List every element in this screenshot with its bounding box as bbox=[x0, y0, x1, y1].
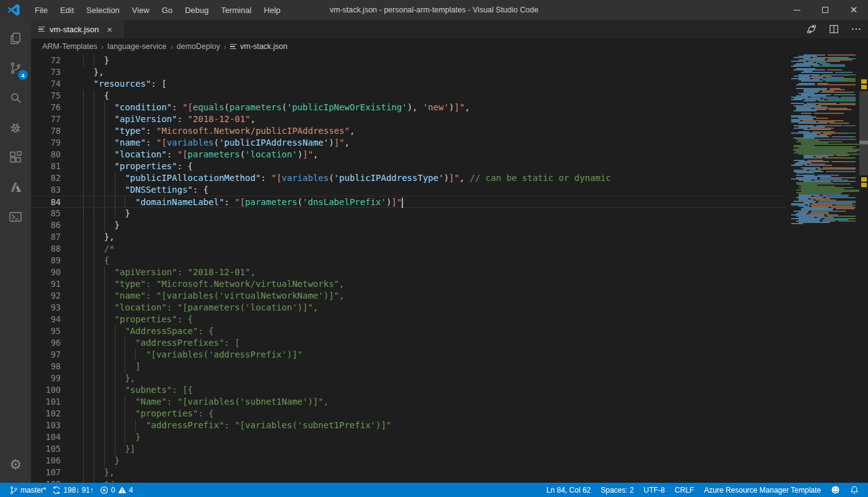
code-line[interactable]: 79 "name": "[variables('publicIPAddressN… bbox=[31, 137, 786, 149]
line-number: 98 bbox=[31, 361, 61, 372]
activity-settings[interactable]: ⚙ bbox=[0, 453, 31, 483]
indentation-item[interactable]: Spaces: 2 bbox=[598, 486, 637, 495]
code-line[interactable]: 80 "location": "[parameters('location')]… bbox=[31, 149, 786, 161]
activity-source-control[interactable]: 4 bbox=[0, 53, 31, 83]
code-line[interactable]: 84 "domainNameLabel": "[parameters('dnsL… bbox=[31, 196, 786, 208]
menu-terminal[interactable]: Terminal bbox=[215, 0, 257, 20]
problems-item[interactable]: 0 4 bbox=[97, 486, 136, 495]
code-line[interactable]: 105 }] bbox=[31, 443, 786, 455]
line-number: 107 bbox=[31, 467, 61, 478]
code-line[interactable]: 81 "properties": { bbox=[31, 161, 786, 172]
activity-debug[interactable] bbox=[0, 113, 31, 143]
code-line[interactable]: 89 { bbox=[31, 255, 786, 266]
code-line[interactable]: 102 "properties": { bbox=[31, 408, 786, 420]
git-sync-item[interactable]: 198↓ 91↑ bbox=[49, 486, 97, 495]
code-line[interactable]: 75 { bbox=[31, 90, 786, 102]
code-line[interactable]: 99 }, bbox=[31, 372, 786, 384]
code-line[interactable]: 103 "addressPrefix": "[variables('subnet… bbox=[31, 420, 786, 431]
code-text: }, bbox=[83, 231, 115, 243]
scrollbar-position-band bbox=[859, 141, 868, 144]
feedback-item[interactable] bbox=[828, 485, 843, 495]
code-line[interactable]: 90 "apiVersion": "2018-12-01", bbox=[31, 266, 786, 278]
close-button[interactable]: ✕ bbox=[839, 0, 868, 20]
open-changes-button[interactable] bbox=[805, 22, 818, 36]
code-line[interactable]: 74 "resources": [ bbox=[31, 78, 786, 90]
breadcrumb-item[interactable]: language-service bbox=[107, 42, 166, 51]
activity-explorer[interactable] bbox=[0, 24, 31, 53]
code-line[interactable]: 88 /* bbox=[31, 243, 786, 255]
notifications-item[interactable] bbox=[847, 486, 862, 495]
code-line[interactable]: 96 "addressPrefixes": [ bbox=[31, 337, 786, 349]
eol-item[interactable]: CRLF bbox=[671, 486, 697, 495]
menu-view[interactable]: View bbox=[126, 0, 156, 20]
menu-edit[interactable]: Edit bbox=[54, 0, 80, 20]
breadcrumb-file[interactable]: vm-stack.json bbox=[230, 42, 287, 51]
split-editor-button[interactable] bbox=[827, 22, 841, 36]
line-number: 94 bbox=[31, 314, 61, 325]
code-line[interactable]: 98 ] bbox=[31, 361, 786, 372]
code-line[interactable]: 95 "AddressSpace": { bbox=[31, 325, 786, 337]
json-file-icon bbox=[230, 44, 237, 49]
code-line[interactable]: 108 */ bbox=[31, 478, 786, 483]
line-number: 96 bbox=[31, 337, 61, 349]
code-line[interactable]: 82 "publicIPAllocationMethod": "[variabl… bbox=[31, 172, 786, 184]
menubar: FileEditSelectionViewGoDebugTerminalHelp bbox=[29, 0, 286, 20]
git-branch-item[interactable]: master* bbox=[6, 486, 49, 495]
language-mode-item[interactable]: Azure Resource Manager Template bbox=[701, 486, 824, 495]
code-line[interactable]: 72 } bbox=[31, 55, 786, 66]
code-line[interactable]: 97 "[variables('addressPrefix')]" bbox=[31, 349, 786, 361]
minimap[interactable] bbox=[786, 55, 859, 483]
menu-selection[interactable]: Selection bbox=[80, 0, 125, 20]
code-text: "type": "Microsoft.Network/publicIPAddre… bbox=[83, 125, 355, 137]
search-icon bbox=[8, 90, 23, 105]
code-line[interactable]: 76 "condition": "[equals(parameters('pub… bbox=[31, 102, 786, 113]
maximize-button[interactable] bbox=[811, 0, 839, 20]
line-number: 103 bbox=[31, 420, 61, 431]
code-line[interactable]: 91 "type": "Microsoft.Network/virtualNet… bbox=[31, 278, 786, 290]
code-line[interactable]: 78 "type": "Microsoft.Network/publicIPAd… bbox=[31, 125, 786, 137]
code-line[interactable]: 86 } bbox=[31, 219, 786, 231]
line-number: 89 bbox=[31, 255, 61, 266]
cursor-position-item[interactable]: Ln 84, Col 62 bbox=[543, 486, 593, 495]
more-actions-button[interactable] bbox=[849, 22, 863, 36]
breadcrumb-item[interactable]: ARM-Templates bbox=[42, 42, 97, 51]
code-line[interactable]: 83 "DNSSettings": { bbox=[31, 184, 786, 196]
overview-ruler[interactable] bbox=[859, 55, 868, 483]
code-line[interactable]: 101 "Name": "[variables('subnet1Name')]"… bbox=[31, 396, 786, 408]
line-number: 76 bbox=[31, 102, 61, 113]
activity-azure[interactable] bbox=[0, 172, 31, 202]
minimize-button[interactable] bbox=[782, 0, 811, 20]
activity-extensions[interactable] bbox=[0, 143, 31, 172]
window-title: vm-stack.json - personal-arm-templates -… bbox=[330, 6, 539, 14]
code-line[interactable]: 100 "subnets": [{ bbox=[31, 384, 786, 396]
menu-debug[interactable]: Debug bbox=[179, 0, 215, 20]
maximize-icon bbox=[822, 7, 828, 13]
code-line[interactable]: 104 } bbox=[31, 431, 786, 443]
breadcrumb-item[interactable]: demoDeploy bbox=[177, 42, 220, 51]
scrollbar-thumb[interactable] bbox=[859, 91, 868, 175]
menu-go[interactable]: Go bbox=[156, 0, 179, 20]
menu-help[interactable]: Help bbox=[258, 0, 287, 20]
code-line[interactable]: 106 } bbox=[31, 455, 786, 467]
line-number: 95 bbox=[31, 325, 61, 337]
activity-powershell[interactable] bbox=[0, 202, 31, 232]
code-text: "subnets": [{ bbox=[83, 384, 193, 396]
code-line[interactable]: 87 }, bbox=[31, 231, 786, 243]
code-line[interactable]: 92 "name": "[variables('virtualNetworkNa… bbox=[31, 290, 786, 302]
code-line[interactable]: 93 "location": "[parameters('location')]… bbox=[31, 302, 786, 314]
code-line[interactable]: 94 "properties": { bbox=[31, 314, 786, 325]
code-line[interactable]: 107 }, bbox=[31, 467, 786, 478]
code-editor[interactable]: 72 }73 },74 "resources": [75 {76 "condit… bbox=[31, 55, 868, 483]
menu-file[interactable]: File bbox=[29, 0, 54, 20]
activity-search[interactable] bbox=[0, 83, 31, 113]
line-number: 92 bbox=[31, 290, 61, 302]
tab-close-icon[interactable]: × bbox=[107, 25, 112, 34]
line-number: 106 bbox=[31, 455, 61, 467]
line-number: 82 bbox=[31, 172, 61, 184]
encoding-item[interactable]: UTF-8 bbox=[640, 486, 668, 495]
code-line[interactable]: 85 } bbox=[31, 208, 786, 219]
tab-vm-stack-json[interactable]: vm-stack.json × bbox=[31, 20, 124, 38]
code-line[interactable]: 77 "apiVersion": "2018-12-01", bbox=[31, 113, 786, 125]
code-text: "addressPrefix": "[variables('subnet1Pre… bbox=[83, 420, 391, 431]
code-line[interactable]: 73 }, bbox=[31, 66, 786, 78]
